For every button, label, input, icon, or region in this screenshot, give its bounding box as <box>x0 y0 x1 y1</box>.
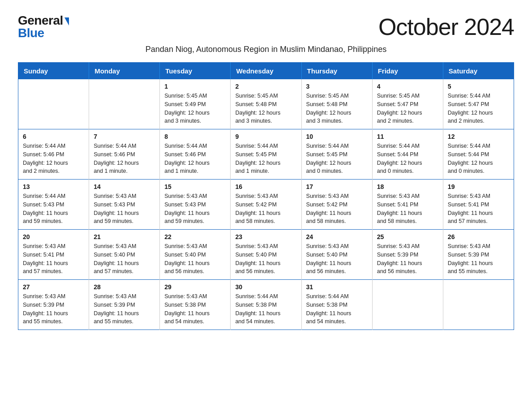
calendar-cell: 6Sunrise: 5:44 AMSunset: 5:46 PMDaylight… <box>18 129 89 180</box>
calendar: SundayMondayTuesdayWednesdayThursdayFrid… <box>18 62 514 330</box>
page-title: October 2024 <box>378 13 514 40</box>
calendar-cell: 4Sunrise: 5:45 AMSunset: 5:47 PMDaylight… <box>372 79 443 129</box>
calendar-cell: 28Sunrise: 5:43 AMSunset: 5:39 PMDayligh… <box>89 280 160 330</box>
calendar-cell: 2Sunrise: 5:45 AMSunset: 5:48 PMDaylight… <box>231 79 301 129</box>
calendar-cell: 10Sunrise: 5:44 AMSunset: 5:45 PMDayligh… <box>301 129 372 180</box>
day-info: Sunrise: 5:43 AMSunset: 5:40 PMDaylight:… <box>235 242 296 276</box>
calendar-cell: 11Sunrise: 5:44 AMSunset: 5:44 PMDayligh… <box>372 129 443 180</box>
day-info: Sunrise: 5:43 AMSunset: 5:38 PMDaylight:… <box>164 292 226 326</box>
day-info: Sunrise: 5:45 AMSunset: 5:49 PMDaylight:… <box>164 92 226 125</box>
day-info: Sunrise: 5:43 AMSunset: 5:41 PMDaylight:… <box>448 192 509 226</box>
day-info: Sunrise: 5:43 AMSunset: 5:40 PMDaylight:… <box>94 242 155 276</box>
calendar-week-2: 6Sunrise: 5:44 AMSunset: 5:46 PMDaylight… <box>18 129 514 180</box>
day-number: 22 <box>164 233 226 240</box>
calendar-cell: 14Sunrise: 5:43 AMSunset: 5:43 PMDayligh… <box>89 180 160 230</box>
weekday-header-sunday: Sunday <box>18 63 89 80</box>
day-info: Sunrise: 5:44 AMSunset: 5:47 PMDaylight:… <box>448 92 509 125</box>
day-info: Sunrise: 5:43 AMSunset: 5:43 PMDaylight:… <box>94 192 155 226</box>
subtitle: Pandan Niog, Autonomous Region in Muslim… <box>18 45 514 54</box>
calendar-cell: 25Sunrise: 5:43 AMSunset: 5:39 PMDayligh… <box>372 230 443 280</box>
day-number: 17 <box>306 183 368 190</box>
day-info: Sunrise: 5:43 AMSunset: 5:42 PMDaylight:… <box>306 192 368 226</box>
day-info: Sunrise: 5:44 AMSunset: 5:44 PMDaylight:… <box>377 142 438 176</box>
calendar-week-5: 27Sunrise: 5:43 AMSunset: 5:39 PMDayligh… <box>18 280 514 330</box>
day-number: 19 <box>448 183 509 190</box>
day-number: 31 <box>306 283 368 291</box>
logo-blue-text: Blue <box>18 26 44 40</box>
day-number: 27 <box>23 283 84 291</box>
day-info: Sunrise: 5:45 AMSunset: 5:47 PMDaylight:… <box>377 92 438 125</box>
day-number: 14 <box>94 183 155 190</box>
weekday-header-monday: Monday <box>89 63 160 80</box>
weekday-header-tuesday: Tuesday <box>160 63 231 80</box>
calendar-cell <box>18 79 89 129</box>
calendar-cell: 15Sunrise: 5:43 AMSunset: 5:43 PMDayligh… <box>160 180 231 230</box>
day-info: Sunrise: 5:43 AMSunset: 5:39 PMDaylight:… <box>94 292 155 326</box>
day-number: 29 <box>164 283 226 291</box>
calendar-cell: 30Sunrise: 5:44 AMSunset: 5:38 PMDayligh… <box>231 280 301 330</box>
day-number: 16 <box>235 183 296 190</box>
calendar-cell: 9Sunrise: 5:44 AMSunset: 5:45 PMDaylight… <box>231 129 301 180</box>
day-number: 2 <box>235 83 296 90</box>
day-info: Sunrise: 5:43 AMSunset: 5:42 PMDaylight:… <box>235 192 296 226</box>
calendar-cell: 29Sunrise: 5:43 AMSunset: 5:38 PMDayligh… <box>160 280 231 330</box>
day-number: 8 <box>164 133 226 140</box>
day-number: 30 <box>235 283 296 291</box>
calendar-cell: 27Sunrise: 5:43 AMSunset: 5:39 PMDayligh… <box>18 280 89 330</box>
day-number: 1 <box>164 83 226 90</box>
calendar-cell: 18Sunrise: 5:43 AMSunset: 5:41 PMDayligh… <box>372 180 443 230</box>
day-info: Sunrise: 5:43 AMSunset: 5:40 PMDaylight:… <box>306 242 368 276</box>
day-info: Sunrise: 5:44 AMSunset: 5:45 PMDaylight:… <box>306 142 368 176</box>
day-number: 10 <box>306 133 368 140</box>
weekday-header-friday: Friday <box>372 63 443 80</box>
day-number: 5 <box>448 83 509 90</box>
day-info: Sunrise: 5:43 AMSunset: 5:39 PMDaylight:… <box>23 292 84 326</box>
day-info: Sunrise: 5:45 AMSunset: 5:48 PMDaylight:… <box>306 92 368 125</box>
calendar-cell: 24Sunrise: 5:43 AMSunset: 5:40 PMDayligh… <box>301 230 372 280</box>
calendar-cell: 26Sunrise: 5:43 AMSunset: 5:39 PMDayligh… <box>443 230 514 280</box>
day-info: Sunrise: 5:43 AMSunset: 5:43 PMDaylight:… <box>164 192 226 226</box>
day-number: 13 <box>23 183 84 190</box>
day-info: Sunrise: 5:43 AMSunset: 5:39 PMDaylight:… <box>377 242 438 276</box>
calendar-cell: 13Sunrise: 5:44 AMSunset: 5:43 PMDayligh… <box>18 180 89 230</box>
day-number: 3 <box>306 83 368 90</box>
calendar-cell: 16Sunrise: 5:43 AMSunset: 5:42 PMDayligh… <box>231 180 301 230</box>
calendar-cell: 20Sunrise: 5:43 AMSunset: 5:41 PMDayligh… <box>18 230 89 280</box>
weekday-header-wednesday: Wednesday <box>231 63 301 80</box>
day-number: 12 <box>448 133 509 140</box>
day-number: 28 <box>94 283 155 291</box>
calendar-cell: 22Sunrise: 5:43 AMSunset: 5:40 PMDayligh… <box>160 230 231 280</box>
calendar-cell: 8Sunrise: 5:44 AMSunset: 5:46 PMDaylight… <box>160 129 231 180</box>
day-number: 11 <box>377 133 438 140</box>
calendar-week-3: 13Sunrise: 5:44 AMSunset: 5:43 PMDayligh… <box>18 180 514 230</box>
day-info: Sunrise: 5:44 AMSunset: 5:45 PMDaylight:… <box>235 142 296 176</box>
day-number: 6 <box>23 133 84 140</box>
calendar-cell <box>443 280 514 330</box>
weekday-header-thursday: Thursday <box>301 63 372 80</box>
day-number: 15 <box>164 183 226 190</box>
day-number: 4 <box>377 83 438 90</box>
calendar-week-1: 1Sunrise: 5:45 AMSunset: 5:49 PMDaylight… <box>18 79 514 129</box>
calendar-header-row: SundayMondayTuesdayWednesdayThursdayFrid… <box>18 63 514 80</box>
day-number: 21 <box>94 233 155 240</box>
day-info: Sunrise: 5:44 AMSunset: 5:44 PMDaylight:… <box>448 142 509 176</box>
header: General Blue October 2024 <box>18 13 514 40</box>
calendar-cell <box>89 79 160 129</box>
calendar-cell: 23Sunrise: 5:43 AMSunset: 5:40 PMDayligh… <box>231 230 301 280</box>
day-number: 24 <box>306 233 368 240</box>
calendar-cell: 5Sunrise: 5:44 AMSunset: 5:47 PMDaylight… <box>443 79 514 129</box>
day-info: Sunrise: 5:43 AMSunset: 5:41 PMDaylight:… <box>377 192 438 226</box>
calendar-week-4: 20Sunrise: 5:43 AMSunset: 5:41 PMDayligh… <box>18 230 514 280</box>
calendar-cell: 21Sunrise: 5:43 AMSunset: 5:40 PMDayligh… <box>89 230 160 280</box>
calendar-cell: 31Sunrise: 5:44 AMSunset: 5:38 PMDayligh… <box>301 280 372 330</box>
day-number: 26 <box>448 233 509 240</box>
day-number: 25 <box>377 233 438 240</box>
day-number: 9 <box>235 133 296 140</box>
calendar-cell: 12Sunrise: 5:44 AMSunset: 5:44 PMDayligh… <box>443 129 514 180</box>
day-info: Sunrise: 5:44 AMSunset: 5:46 PMDaylight:… <box>164 142 226 176</box>
day-info: Sunrise: 5:44 AMSunset: 5:46 PMDaylight:… <box>94 142 155 176</box>
day-number: 7 <box>94 133 155 140</box>
day-info: Sunrise: 5:43 AMSunset: 5:39 PMDaylight:… <box>448 242 509 276</box>
day-info: Sunrise: 5:44 AMSunset: 5:43 PMDaylight:… <box>23 192 84 226</box>
day-number: 20 <box>23 233 84 240</box>
